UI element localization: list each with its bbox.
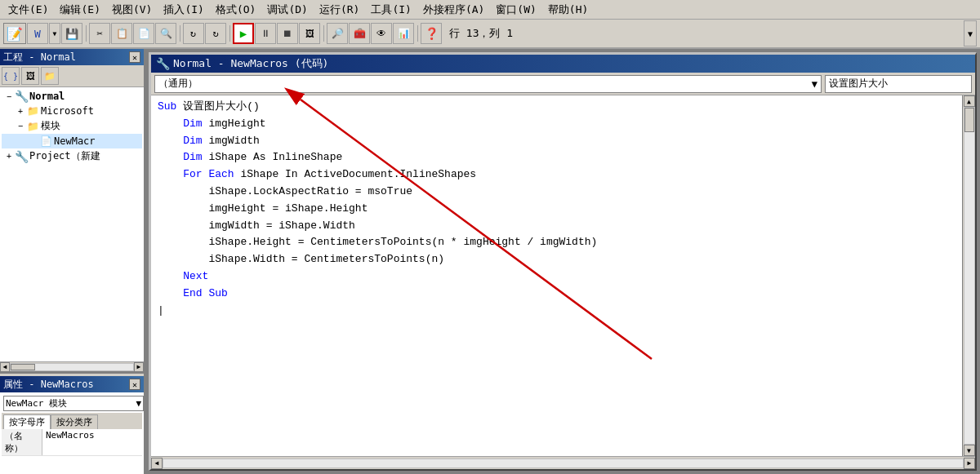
- toggle-folders-btn[interactable]: 📁: [41, 67, 59, 85]
- props-tab-category[interactable]: 按分类序: [51, 414, 98, 429]
- sep5: [415, 23, 420, 44]
- save-btn[interactable]: 💾: [61, 23, 82, 44]
- hscroll2-left-btn[interactable]: ◀: [151, 458, 163, 469]
- tree-item-microsoft[interactable]: + 📁 Microsoft: [2, 104, 142, 118]
- userform-icon: 🖼: [305, 29, 314, 39]
- modules-folder-icon: 📁: [26, 120, 39, 133]
- project-close-btn[interactable]: ✕: [129, 51, 140, 63]
- tbx-btn[interactable]: 🧰: [349, 23, 370, 44]
- find-icon: 🔍: [160, 28, 172, 39]
- props-module-dropdown[interactable]: NewMacr 模块 ▼: [3, 396, 144, 411]
- view-dropdown[interactable]: ▼: [49, 23, 60, 44]
- code-titlebar: 🔧 Normal - NewMacros (代码): [151, 55, 975, 73]
- microsoft-folder-icon: 📁: [26, 104, 39, 117]
- left-panel: 工程 - Normal ✕ { } 🖼 📁 − 🔧 Nor: [0, 49, 145, 474]
- hscroll-left-btn[interactable]: ◀: [0, 362, 10, 372]
- find-btn[interactable]: 🔍: [155, 23, 176, 44]
- hscroll-thumb: [11, 364, 35, 370]
- props-close-btn[interactable]: ✕: [129, 379, 140, 390]
- props-val-name[interactable]: NewMacros: [42, 429, 142, 455]
- paste-icon: 📄: [138, 28, 150, 39]
- menu-addins[interactable]: 外接程序(A): [418, 2, 489, 18]
- code-editor[interactable]: Sub 设置图片大小() Dim imgHeight Dim imgWidth …: [151, 95, 962, 456]
- play-icon: ▶: [240, 27, 247, 40]
- hscroll2-right-btn[interactable]: ▶: [964, 458, 975, 469]
- paste-btn[interactable]: 📄: [133, 23, 154, 44]
- project-panel: 工程 - Normal ✕ { } 🖼 📁 − 🔧 Nor: [0, 49, 144, 373]
- props-dropdown-value: NewMacr 模块: [6, 397, 67, 410]
- cut-btn[interactable]: ✂: [89, 23, 110, 44]
- props-panel: 属性 - NewMacros ✕ NewMacr 模块 ▼ 按字母序 按分类序 …: [0, 376, 144, 474]
- copy-btn[interactable]: 📋: [111, 23, 132, 44]
- vbe-icon-btn[interactable]: 📝: [3, 23, 26, 44]
- menu-insert[interactable]: 插入(I): [158, 2, 208, 18]
- expand-normal[interactable]: −: [3, 92, 15, 101]
- props-tab-alpha[interactable]: 按字母序: [3, 414, 51, 429]
- tree-item-project[interactable]: + 🔧 Project（新建: [2, 148, 142, 164]
- redo-icon: ↻: [212, 28, 218, 39]
- code-right-dropdown[interactable]: 设置图片大小: [825, 75, 972, 93]
- project-hscroll[interactable]: ◀ ▶: [0, 361, 144, 371]
- pause-btn[interactable]: ⏸: [255, 23, 276, 44]
- code-window: 🔧 Normal - NewMacros (代码) （通用） ▼ 设置图片大小 …: [149, 52, 977, 471]
- locals-btn[interactable]: 📊: [393, 23, 414, 44]
- project-panel-toolbar: { } 🖼 📁: [0, 65, 144, 87]
- menu-debug[interactable]: 调试(D): [262, 2, 312, 18]
- menu-tools[interactable]: 工具(I): [366, 2, 416, 18]
- sep3: [227, 23, 232, 44]
- sep4: [321, 23, 326, 44]
- vscroll-down-btn[interactable]: ▼: [964, 445, 975, 456]
- expand-project[interactable]: +: [3, 152, 15, 161]
- props-key-name: （名称）: [2, 429, 42, 455]
- main-layout: 工程 - Normal ✕ { } 🖼 📁 − 🔧 Nor: [0, 49, 980, 474]
- tree-label-microsoft: Microsoft: [41, 105, 94, 117]
- tree-item-normal[interactable]: − 🔧 Normal: [2, 89, 142, 104]
- locals-icon: 📊: [398, 28, 410, 39]
- right-content: 🔧 Normal - NewMacros (代码) （通用） ▼ 设置图片大小 …: [145, 49, 980, 474]
- project-icon: 🔧: [15, 150, 28, 163]
- hscroll-track[interactable]: [10, 363, 134, 371]
- help-btn[interactable]: ❓: [421, 23, 442, 44]
- view-microsoft-btn[interactable]: W: [27, 23, 48, 44]
- help-icon: ❓: [425, 27, 439, 40]
- code-vscrollbar[interactable]: ▲ ▼: [962, 95, 975, 456]
- menu-edit[interactable]: 编辑(E): [55, 2, 105, 18]
- code-left-dropdown[interactable]: （通用） ▼: [154, 75, 822, 93]
- code-toolbar: （通用） ▼ 设置图片大小: [151, 73, 975, 95]
- userform-btn[interactable]: 🖼: [299, 23, 320, 44]
- menu-window[interactable]: 窗口(W): [491, 2, 541, 18]
- props-content: NewMacr 模块 ▼ 按字母序 按分类序 （名称） NewMacros: [0, 392, 144, 474]
- watch-btn[interactable]: 👁: [371, 23, 392, 44]
- menu-view[interactable]: 视图(V): [107, 2, 157, 18]
- view-code-btn[interactable]: { }: [2, 67, 20, 85]
- vscroll-up-btn[interactable]: ▲: [964, 95, 975, 107]
- microsoft-icon: W: [34, 28, 41, 40]
- cut-icon: ✂: [96, 28, 102, 39]
- stop-icon: ⏹: [283, 28, 292, 39]
- vscroll-track[interactable]: [964, 107, 975, 445]
- save-icon: 💾: [65, 28, 78, 40]
- hscroll-right-btn[interactable]: ▶: [134, 362, 144, 372]
- vbe-icon: 📝: [7, 26, 23, 42]
- watch-icon: 👁: [376, 28, 386, 39]
- run-play-btn[interactable]: ▶: [233, 23, 254, 44]
- code-hscrollbar[interactable]: ◀ ▶: [151, 456, 975, 469]
- tree-item-modules[interactable]: − 📁 模块: [2, 118, 142, 134]
- objectbrowser-btn[interactable]: 🔎: [327, 23, 348, 44]
- tree-item-newmacr[interactable]: 📄 NewMacr: [2, 134, 142, 148]
- redo-btn[interactable]: ↻: [205, 23, 226, 44]
- stop-btn[interactable]: ⏹: [277, 23, 298, 44]
- expand-modules[interactable]: −: [15, 122, 26, 131]
- menu-help[interactable]: 帮助(H): [543, 2, 593, 18]
- view-object-btn[interactable]: 🖼: [21, 67, 39, 85]
- undo-btn[interactable]: ↺: [183, 23, 204, 44]
- hscroll2-track[interactable]: [163, 458, 964, 468]
- tree-label-project: Project（新建: [29, 149, 100, 163]
- expand-microsoft[interactable]: +: [15, 107, 26, 116]
- menu-format[interactable]: 格式(O): [211, 2, 261, 18]
- menu-run[interactable]: 运行(R): [314, 2, 364, 18]
- toolbar-scroll[interactable]: ▼: [964, 20, 977, 47]
- menu-file[interactable]: 文件(E): [3, 2, 53, 18]
- toolbar: 📝 W ▼ 💾 ✂ 📋 📄 🔍 ↺ ↻ ▶ ⏸ ⏹ 🖼 🔎 🧰: [0, 20, 980, 49]
- toggle-folders-icon: 📁: [44, 71, 56, 82]
